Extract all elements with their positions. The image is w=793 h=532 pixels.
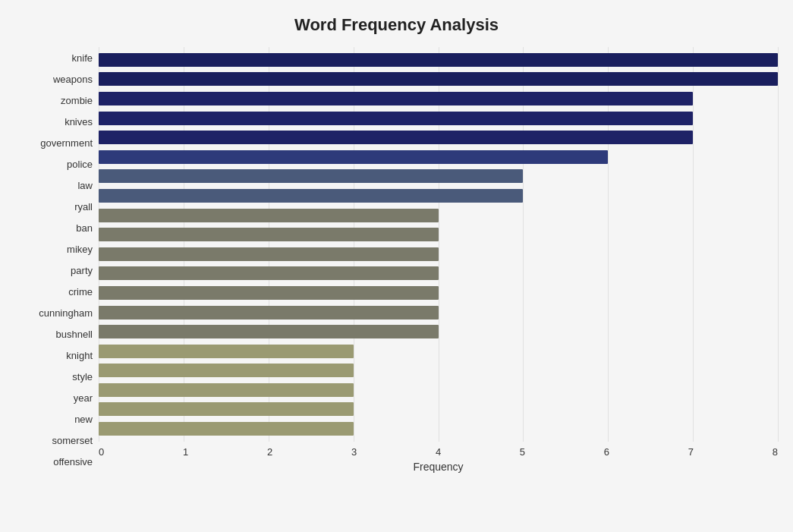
- bar: [99, 131, 693, 144]
- y-label: knives: [65, 113, 93, 130]
- chart-container: Word Frequency Analysis knifeweaponszomb…: [0, 0, 793, 532]
- bar-row: [99, 382, 778, 398]
- y-label: ban: [76, 219, 93, 236]
- bar: [99, 189, 523, 203]
- x-tick: 8: [773, 446, 778, 458]
- bar-row: [99, 304, 778, 321]
- bar: [99, 402, 354, 416]
- bars-grid: [99, 47, 778, 442]
- y-label: knife: [72, 49, 93, 66]
- bar-row: [99, 246, 778, 263]
- y-label: knight: [66, 348, 93, 364]
- bar-row: [99, 420, 778, 437]
- bar: [99, 364, 354, 377]
- x-axis: 012345678: [99, 442, 778, 458]
- bar: [99, 72, 778, 86]
- chart-title: Word Frequency Analysis: [15, 15, 778, 35]
- y-label: police: [67, 156, 93, 172]
- bar: [99, 53, 778, 67]
- y-label: somerset: [52, 433, 93, 449]
- bar-row: [99, 187, 778, 204]
- bar: [99, 266, 439, 280]
- bar: [99, 112, 693, 125]
- bar-row: [99, 323, 778, 340]
- bars-and-x: 012345678 Frequency: [99, 47, 778, 473]
- y-label: bushnell: [56, 326, 93, 343]
- bar-row: [99, 265, 778, 282]
- bar: [99, 325, 439, 338]
- x-tick: 2: [267, 446, 272, 458]
- bar: [99, 286, 439, 300]
- bar-row: [99, 207, 778, 224]
- bar: [99, 150, 608, 164]
- y-label: law: [77, 177, 93, 194]
- chart-area: knifeweaponszombieknivesgovernmentpolice…: [15, 47, 778, 473]
- bar-row: [99, 52, 778, 68]
- y-label: ryall: [74, 198, 93, 215]
- y-label: cunningham: [39, 305, 93, 322]
- y-label: mikey: [67, 241, 93, 257]
- bar-row: [99, 129, 778, 146]
- bars-wrapper: [99, 47, 778, 442]
- bar: [99, 422, 354, 436]
- x-axis-label: Frequency: [99, 461, 778, 473]
- bar: [99, 247, 439, 261]
- x-tick: 1: [183, 446, 188, 458]
- x-tick: 6: [604, 446, 609, 458]
- bar-row: [99, 362, 778, 379]
- bar-row: [99, 110, 778, 127]
- y-axis-labels: knifeweaponszombieknivesgovernmentpolice…: [15, 47, 99, 473]
- x-tick: 4: [436, 446, 441, 458]
- bar: [99, 209, 439, 222]
- bar: [99, 345, 354, 358]
- bar-row: [99, 401, 778, 417]
- x-tick: 5: [520, 446, 525, 458]
- x-tick: 0: [99, 446, 104, 458]
- y-label: weapons: [53, 71, 93, 87]
- bar: [99, 306, 439, 320]
- y-label: crime: [68, 284, 93, 301]
- y-label: zombie: [61, 92, 93, 109]
- bar-row: [99, 90, 778, 107]
- bar: [99, 169, 523, 183]
- y-label: government: [40, 134, 93, 151]
- x-tick: 3: [351, 446, 357, 458]
- y-label: party: [71, 262, 93, 279]
- grid-line: [778, 47, 779, 442]
- y-label: new: [74, 411, 93, 428]
- y-label: offensive: [53, 454, 93, 471]
- bar-row: [99, 149, 778, 165]
- y-label: style: [72, 369, 93, 386]
- bar: [99, 92, 693, 105]
- bar: [99, 228, 439, 241]
- bar-row: [99, 285, 778, 301]
- y-label: year: [74, 390, 93, 407]
- bar-row: [99, 71, 778, 87]
- bar-row: [99, 226, 778, 243]
- bar: [99, 383, 354, 397]
- x-tick: 7: [688, 446, 694, 458]
- bar-row: [99, 168, 778, 184]
- bar-row: [99, 343, 778, 360]
